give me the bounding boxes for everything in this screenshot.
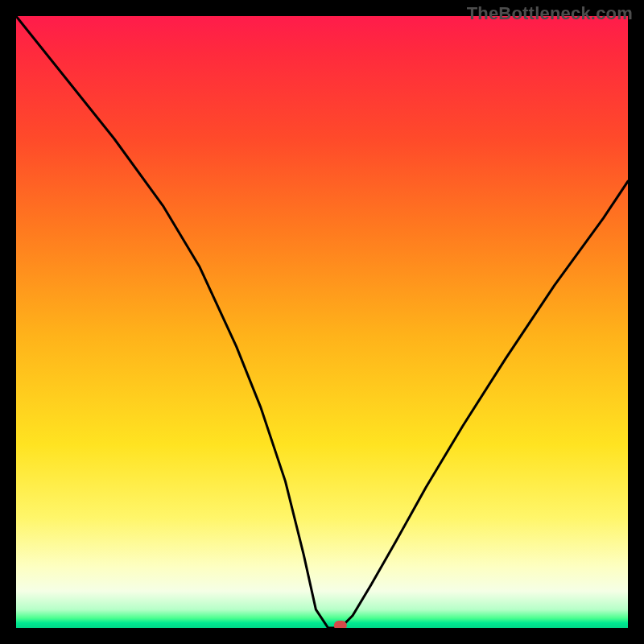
minimum-marker [334,621,347,628]
plot-area [16,16,628,628]
curve-layer [16,16,628,628]
watermark-text: TheBottleneck.com [467,3,633,24]
bottleneck-curve [16,16,628,628]
chart-frame: TheBottleneck.com [0,0,644,644]
